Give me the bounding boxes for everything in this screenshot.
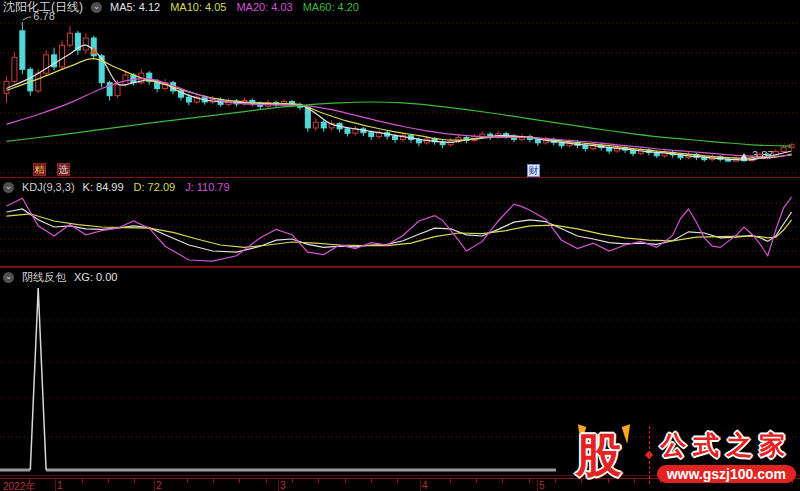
price-label-low: 3.87 (752, 149, 773, 161)
candle-body (345, 129, 350, 133)
minor-tick (82, 479, 83, 483)
minor-tick (292, 479, 293, 483)
candle-body (781, 148, 786, 152)
logo-bull-mark: 股 (568, 422, 642, 488)
panel-separator (0, 266, 800, 268)
legend-item: MA10: 4.05 (170, 1, 226, 13)
event-badge: 财 (527, 164, 540, 177)
legend-item: J: 110.79 (185, 181, 229, 193)
minor-tick (371, 479, 372, 483)
minor-tick (345, 479, 346, 483)
ma-line-ma60 (7, 102, 792, 146)
xg-value: XG: 0.00 (74, 271, 117, 283)
axis-month-label: 2 (156, 480, 162, 491)
bull-horn-right-icon (621, 422, 642, 444)
legend-item: K: 84.99 (83, 181, 124, 193)
kdj-indicator-label: KDJ(9,3,3) (22, 181, 75, 193)
candle-body (535, 139, 540, 142)
minor-tick (187, 479, 188, 483)
xg-indicator-label: 阴线反包 (22, 270, 66, 285)
candle-body (28, 69, 33, 91)
candle-body (20, 31, 25, 69)
legend-item: MA20: 4.03 (236, 1, 292, 13)
logo-divider (649, 426, 650, 484)
minor-tick (239, 479, 240, 483)
chart-canvas[interactable] (0, 0, 800, 478)
stock-title: 沈阳化工(日线) (3, 0, 83, 16)
panel-separator (0, 177, 800, 178)
logo-site-url: www.gszj100.com (657, 465, 796, 483)
candle-body (36, 73, 41, 91)
xg-panel-header: ⌄ 阴线反包 XG: 0.00 (3, 270, 117, 284)
logo-text-block: 公式之家 www.gszj100.com (657, 428, 796, 483)
minor-tick (555, 479, 556, 483)
chevron-down-icon[interactable]: ⌄ (91, 2, 102, 13)
logo-gu-glyph: 股 (576, 432, 622, 478)
candle-body (67, 33, 72, 45)
chevron-down-icon[interactable]: ⌄ (3, 272, 14, 283)
axis-month-label: 5 (539, 480, 545, 491)
minor-tick (450, 479, 451, 483)
axis-month-label: 1 (57, 480, 63, 491)
kdj-line-d (7, 214, 792, 248)
candle-body (83, 38, 88, 50)
candle-body (12, 57, 17, 81)
major-tick (55, 479, 56, 491)
legend-item: MA5: 4.12 (110, 1, 160, 13)
diamond-icon (645, 451, 653, 459)
candle-body (44, 55, 49, 73)
kdj-line-j (7, 197, 792, 261)
candle-body (60, 45, 65, 67)
minor-tick (213, 479, 214, 483)
candle-body (115, 85, 120, 96)
candle-body (313, 122, 318, 128)
gszj-logo: 股 公式之家 www.gszj100.com (568, 420, 796, 490)
minor-tick (397, 479, 398, 483)
stock-app-screen: 沈阳化工(日线) ⌄ MA5: 4.12MA10: 4.05MA20: 4.03… (0, 0, 800, 491)
axis-month-label: 2022年 (3, 480, 35, 491)
minor-tick (134, 479, 135, 483)
kdj-legend: K: 84.99D: 72.09J: 110.79 (83, 181, 230, 193)
candle-body (305, 108, 310, 128)
event-badge: 精 (33, 163, 46, 176)
minor-tick (502, 479, 503, 483)
xg-signal-spike (30, 288, 46, 470)
chevron-down-icon[interactable]: ⌄ (3, 182, 14, 193)
candle-body (321, 122, 326, 128)
legend-item: D: 72.09 (134, 181, 176, 193)
minor-tick (108, 479, 109, 483)
minor-tick (476, 479, 477, 483)
main-panel-header: 沈阳化工(日线) ⌄ MA5: 4.12MA10: 4.05MA20: 4.03… (3, 0, 359, 14)
minor-tick (29, 479, 30, 483)
minor-tick (266, 479, 267, 483)
candle-body (393, 136, 398, 139)
event-badge: 选 (57, 163, 70, 176)
ma-legend: MA5: 4.12MA10: 4.05MA20: 4.03MA60: 4.20 (110, 1, 359, 13)
minor-tick (529, 479, 530, 483)
minor-tick (318, 479, 319, 483)
ma-line-ma20 (7, 79, 792, 157)
major-tick (278, 479, 279, 491)
major-tick (537, 479, 538, 491)
legend-item: MA60: 4.20 (303, 1, 359, 13)
axis-month-label: 3 (280, 480, 286, 491)
high-pointer (22, 17, 31, 20)
candle-body (186, 97, 191, 102)
major-tick (154, 479, 155, 491)
candle-body (369, 133, 374, 137)
kdj-panel-header: ⌄ KDJ(9,3,3) K: 84.99D: 72.09J: 110.79 (3, 180, 230, 194)
major-tick (420, 479, 421, 491)
logo-site-name: 公式之家 (660, 428, 792, 463)
axis-month-label: 4 (422, 480, 428, 491)
